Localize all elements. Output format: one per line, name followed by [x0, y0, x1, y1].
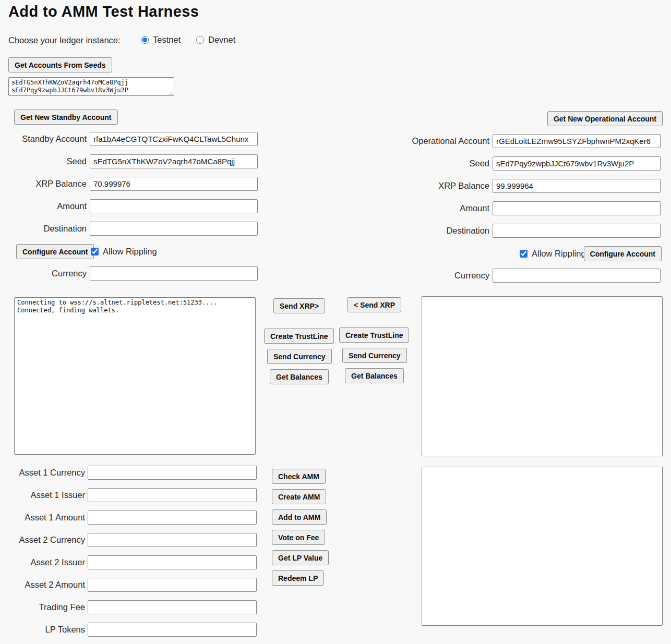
testnet-radio[interactable] — [141, 36, 149, 44]
amm-results-output[interactable] — [422, 467, 663, 626]
standby-seed-label: Seed — [0, 154, 87, 168]
page-title: Add to AMM Test Harness — [8, 3, 199, 20]
standby-send-currency-button[interactable]: Send Currency — [267, 349, 332, 364]
testnet-radio-label: Testnet — [153, 35, 181, 45]
operational-allow-rippling-label: Allow Rippling — [532, 249, 586, 259]
operational-xrp-balance-label: XRP Balance — [365, 179, 489, 193]
check-amm-button[interactable]: Check AMM — [272, 469, 326, 484]
standby-results-output[interactable]: Connecting to wss://s.altnet.rippletest.… — [14, 297, 256, 455]
standby-destination-input[interactable] — [90, 222, 258, 236]
create-amm-button[interactable]: Create AMM — [272, 489, 326, 504]
redeem-lp-button[interactable]: Redeem LP — [272, 570, 324, 586]
operational-seed-input[interactable] — [493, 156, 661, 171]
operational-allow-rippling-option[interactable]: Allow Rippling — [520, 249, 586, 259]
operational-get-balances-button[interactable]: Get Balances — [345, 368, 404, 383]
lp-tokens-input[interactable] — [88, 623, 257, 637]
get-new-operational-account-button[interactable]: Get New Operational Account — [547, 111, 663, 126]
asset2-currency-label: Asset 2 Currency — [0, 533, 85, 547]
asset2-amount-label: Asset 2 Amount — [0, 578, 85, 592]
radio-option-testnet[interactable]: Testnet — [141, 35, 181, 45]
operational-amount-input[interactable] — [493, 201, 661, 215]
standby-configure-account-button[interactable]: Configure Account — [16, 244, 94, 259]
standby-allow-rippling-label: Allow Rippling — [103, 247, 157, 257]
operational-currency-label: Currency — [365, 269, 489, 283]
operational-xrp-balance-input[interactable] — [493, 179, 661, 193]
operational-amount-label: Amount — [365, 201, 489, 215]
standby-xrp-balance-label: XRP Balance — [0, 177, 87, 191]
standby-allow-rippling-checkbox[interactable] — [91, 248, 99, 256]
asset1-currency-label: Asset 1 Currency — [0, 466, 85, 480]
asset2-currency-input[interactable] — [88, 533, 257, 547]
standby-send-xrp-button[interactable]: Send XRP> — [273, 298, 325, 313]
seeds-textarea[interactable]: sEdTG5nXThKWZoV2aqrh47oMCa8Pqjj sEd7Pqy9… — [8, 77, 174, 96]
operational-destination-label: Destination — [365, 224, 489, 238]
operational-send-xrp-button[interactable]: < Send XRP — [348, 297, 401, 312]
add-to-amm-button[interactable]: Add to AMM — [272, 509, 327, 525]
asset1-amount-label: Asset 1 Amount — [0, 511, 85, 525]
standby-create-trustline-button[interactable]: Create TrustLine — [264, 329, 334, 344]
operational-seed-label: Seed — [365, 156, 489, 171]
operational-destination-input[interactable] — [493, 224, 661, 238]
asset1-amount-input[interactable] — [88, 511, 257, 525]
standby-currency-input[interactable] — [90, 266, 258, 281]
asset1-issuer-label: Asset 1 Issuer — [0, 488, 85, 502]
standby-xrp-balance-input[interactable] — [90, 177, 258, 191]
radio-option-devnet[interactable]: Devnet — [196, 35, 235, 45]
operational-send-currency-button[interactable]: Send Currency — [342, 348, 407, 363]
standby-amount-label: Amount — [0, 199, 87, 213]
trading-fee-label: Trading Fee — [0, 600, 85, 614]
vote-on-fee-button[interactable]: Vote on Fee — [272, 530, 325, 545]
devnet-radio[interactable] — [196, 36, 204, 44]
operational-configure-account-button[interactable]: Configure Account — [584, 246, 662, 261]
standby-amount-input[interactable] — [90, 199, 258, 213]
standby-seed-input[interactable] — [90, 154, 258, 168]
operational-allow-rippling-checkbox[interactable] — [520, 250, 528, 258]
operational-account-label: Operational Account — [365, 134, 489, 148]
operational-create-trustline-button[interactable]: Create TrustLine — [339, 327, 409, 343]
get-accounts-from-seeds-button[interactable]: Get Accounts From Seeds — [8, 57, 112, 72]
asset1-currency-input[interactable] — [88, 466, 257, 480]
asset2-issuer-label: Asset 2 Issuer — [0, 555, 85, 569]
operational-currency-input[interactable] — [493, 269, 661, 283]
asset1-issuer-input[interactable] — [88, 488, 257, 502]
standby-account-input[interactable] — [90, 132, 258, 146]
asset2-amount-input[interactable] — [88, 578, 257, 592]
standby-get-balances-button[interactable]: Get Balances — [270, 369, 329, 384]
get-new-standby-account-button[interactable]: Get New Standby Account — [14, 110, 118, 125]
lp-tokens-label: LP Tokens — [0, 623, 85, 637]
devnet-radio-label: Devnet — [208, 35, 235, 45]
get-lp-value-button[interactable]: Get LP Value — [272, 550, 329, 565]
asset2-issuer-input[interactable] — [88, 555, 257, 569]
standby-allow-rippling-option[interactable]: Allow Rippling — [91, 247, 157, 257]
operational-results-output[interactable] — [422, 296, 663, 456]
ledger-instance-label: Choose your ledger instance: — [8, 35, 121, 45]
standby-account-label: Standby Account — [0, 132, 87, 146]
standby-destination-label: Destination — [0, 222, 87, 236]
operational-account-input[interactable] — [493, 134, 661, 148]
trading-fee-input[interactable] — [88, 600, 257, 614]
standby-currency-label: Currency — [0, 266, 87, 281]
amm-test-harness-page: Add to AMM Test Harness Choose your ledg… — [0, 0, 671, 644]
